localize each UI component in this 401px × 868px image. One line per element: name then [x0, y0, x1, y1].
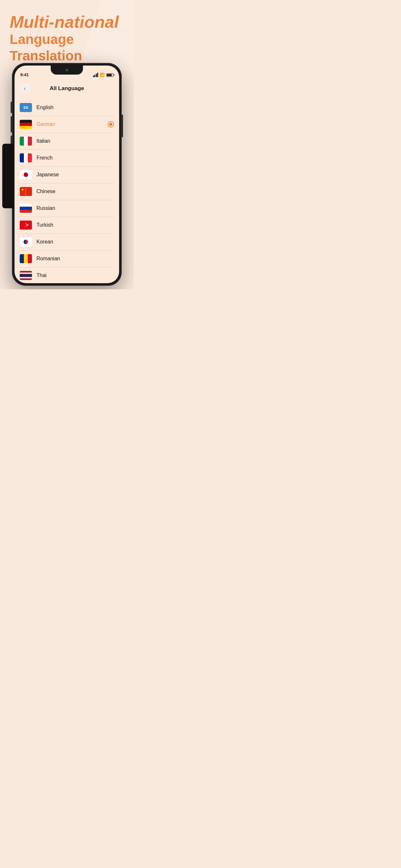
kr-taegeuk [24, 240, 28, 244]
flag-japanese [20, 170, 32, 179]
status-time: 9:41 [20, 72, 29, 77]
signal-bar-2 [94, 74, 95, 77]
de-stripe-1 [20, 120, 32, 123]
flag-romanian [20, 254, 32, 263]
language-item-french[interactable]: French [14, 150, 119, 166]
it-stripe-3 [28, 136, 32, 146]
flag-english: EN [20, 103, 32, 112]
camera [66, 69, 68, 71]
ru-stripe-3 [20, 210, 32, 213]
language-name-japanese: Japanese [36, 172, 114, 178]
flag-it-stripes [20, 136, 32, 146]
de-stripe-2 [20, 123, 32, 126]
language-item-chinese[interactable]: ★ ★ ★ ★ ★ Chinese [14, 183, 119, 200]
flag-ru-stripes [20, 204, 32, 213]
ro-stripe-1 [20, 254, 24, 263]
flag-cn-bg: ★ ★ ★ ★ ★ [20, 187, 32, 196]
language-name-romanian: Romanian [36, 256, 114, 261]
ru-stripe-1 [20, 204, 32, 207]
battery-fill [107, 74, 112, 76]
signal-icon [93, 73, 98, 77]
fr-stripe-1 [20, 153, 24, 162]
wifi-icon: 📶 [100, 73, 104, 77]
flag-ro-stripes [20, 254, 32, 263]
language-item-english[interactable]: EN English [14, 99, 119, 116]
flag-german [20, 120, 32, 129]
nav-bar: ‹ All Language [14, 79, 119, 98]
language-item-italian[interactable]: Italian [14, 133, 119, 150]
it-stripe-2 [24, 136, 28, 146]
cn-star-main: ★ [21, 188, 24, 191]
title-line1: Multi-national [10, 13, 124, 31]
flag-jp-bg [20, 170, 32, 179]
signal-bar-4 [97, 73, 98, 77]
cn-star-sm-4: ★ [25, 194, 26, 196]
language-name-russian: Russian [36, 206, 114, 211]
de-stripe-3 [20, 126, 32, 129]
status-icons: 📶 [93, 73, 114, 77]
ro-stripe-3 [28, 254, 32, 263]
th-stripe-3 [20, 274, 32, 277]
back-button[interactable]: ‹ [20, 83, 31, 94]
language-item-japanese[interactable]: Japanese [14, 166, 119, 183]
language-name-italian: Italian [36, 138, 114, 144]
radio-selected-german [107, 121, 114, 128]
flag-en-badge: EN [20, 103, 32, 112]
language-name-english: English [36, 104, 114, 111]
flag-thai [20, 271, 32, 280]
phone-screen: 9:41 📶 [14, 66, 119, 283]
language-name-korean: Korean [36, 239, 114, 245]
signal-bar-1 [93, 75, 94, 77]
flag-russian [20, 204, 32, 213]
ru-stripe-2 [20, 207, 32, 210]
flag-turkish: ☽ ★ [20, 221, 32, 229]
fr-stripe-2 [24, 153, 28, 162]
volume-silent-button [11, 102, 12, 113]
fr-stripe-3 [28, 153, 32, 162]
app-content: ‹ All Language EN English [14, 79, 119, 283]
language-name-french: French [36, 155, 114, 161]
header-section: Multi-national Language Translation [0, 0, 134, 70]
flag-korean [20, 237, 32, 246]
notch [51, 66, 83, 74]
phone-mockup: 9:41 📶 [12, 63, 122, 286]
flag-th-stripes [20, 271, 32, 280]
language-name-german: German [36, 121, 107, 127]
nav-title: All Language [50, 85, 84, 92]
language-item-russian[interactable]: Russian [14, 200, 119, 217]
language-name-turkish: Turkish [36, 222, 114, 228]
phone-left-edge [2, 144, 13, 208]
phone-body: 9:41 📶 [12, 63, 122, 286]
flag-fr-stripes [20, 153, 32, 162]
flag-french [20, 153, 32, 162]
flag-chinese: ★ ★ ★ ★ ★ [20, 187, 32, 196]
signal-bar-3 [96, 73, 97, 77]
language-name-chinese: Chinese [36, 189, 114, 194]
title-line2: Language Translation [10, 31, 124, 64]
language-item-german[interactable]: German [14, 116, 119, 133]
volume-up-button [11, 116, 12, 132]
ro-stripe-2 [24, 254, 28, 263]
cn-stars-small: ★ ★ ★ ★ [25, 188, 26, 196]
jp-circle [24, 173, 28, 177]
back-chevron-icon: ‹ [24, 86, 26, 91]
th-stripe-5 [20, 278, 32, 280]
battery-icon [106, 73, 113, 77]
language-item-romanian[interactable]: Romanian [14, 250, 119, 267]
it-stripe-1 [20, 136, 24, 146]
tr-star-icon: ★ [27, 223, 29, 226]
language-item-thai[interactable]: Thai [14, 267, 119, 283]
flag-tr-bg: ☽ ★ [20, 221, 32, 229]
language-item-korean[interactable]: Korean [14, 234, 119, 250]
flag-kr-bg [20, 237, 32, 246]
flag-italian [20, 136, 32, 146]
language-item-turkish[interactable]: ☽ ★ Turkish [14, 217, 119, 234]
language-name-thai: Thai [36, 273, 114, 278]
flag-de-stripes [20, 120, 32, 129]
power-button [122, 115, 123, 137]
language-list: EN English German [14, 98, 119, 283]
